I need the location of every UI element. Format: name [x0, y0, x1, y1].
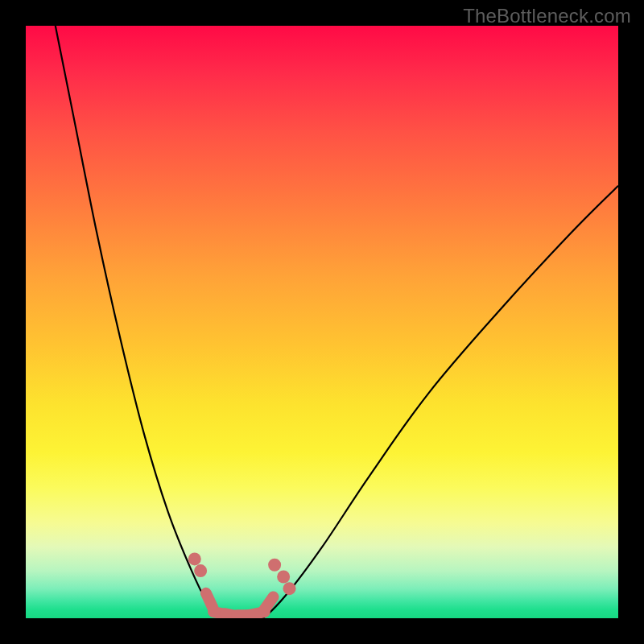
watermark-text: TheBottleneck.com	[463, 5, 631, 27]
seg-right-lower	[264, 597, 273, 609]
dot-right-upper-1	[268, 559, 281, 572]
dot-left-upper-2	[194, 564, 207, 577]
chart-frame: TheBottleneck.com	[0, 0, 644, 644]
bottleneck-curve	[56, 26, 618, 618]
chart-plot-area	[26, 26, 618, 618]
marker-group	[188, 552, 296, 617]
curve-group	[56, 26, 618, 618]
seg-left-lower	[206, 593, 213, 608]
chart-svg	[26, 26, 618, 618]
dot-right-upper-3	[283, 582, 296, 595]
dot-right-upper-2	[277, 570, 290, 583]
dot-left-upper-1	[188, 552, 201, 565]
